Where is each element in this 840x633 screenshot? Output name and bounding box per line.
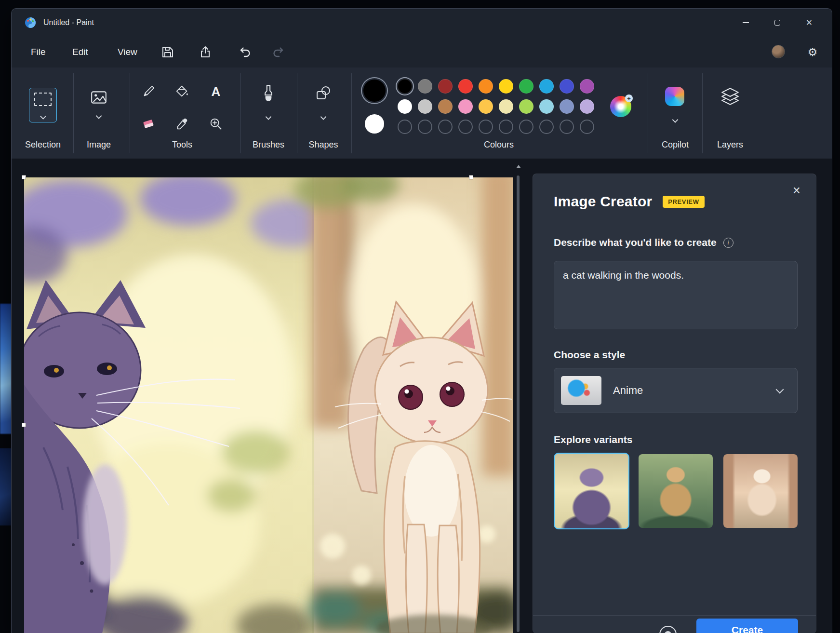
color-swatch[interactable]	[539, 79, 554, 94]
panel-close-button[interactable]: ×	[789, 183, 804, 198]
selection-handle[interactable]	[22, 175, 26, 179]
group-label-colours: Colours	[484, 140, 514, 150]
ribbon-divider	[702, 73, 703, 153]
scrollbar-thumb[interactable]	[517, 175, 520, 632]
variant-thumbnail-2[interactable]	[639, 454, 713, 528]
color-picker-tool-button[interactable]	[174, 116, 190, 132]
fill-tool-button[interactable]	[174, 84, 190, 99]
color-swatch[interactable]	[398, 79, 412, 94]
info-icon[interactable]: i	[723, 238, 733, 248]
chevron-down-icon	[266, 114, 272, 120]
color-swatch[interactable]	[458, 79, 473, 94]
color-swatch[interactable]	[539, 99, 554, 114]
color-swatch[interactable]	[438, 99, 453, 114]
style-dropdown[interactable]: Anime	[554, 368, 798, 413]
pencil-tool-button[interactable]	[141, 84, 156, 99]
create-button[interactable]: Create	[696, 619, 798, 633]
canvas-artwork	[24, 177, 513, 633]
panel-footer: Create	[533, 615, 816, 633]
image-menu-button[interactable]	[90, 89, 107, 106]
undo-button[interactable]	[236, 43, 253, 61]
credits-coin-button[interactable]	[659, 626, 677, 633]
color-swatch-empty[interactable]	[479, 120, 493, 134]
background-color-well[interactable]	[365, 114, 384, 134]
close-button[interactable]: ×	[793, 9, 825, 37]
color-swatch[interactable]	[499, 99, 513, 114]
foreground-color-well[interactable]	[363, 80, 386, 102]
variant-thumbnail-1[interactable]	[554, 453, 629, 529]
prompt-input[interactable]: a cat walking in the woods.	[554, 261, 798, 329]
text-tool-button[interactable]: A	[208, 84, 224, 99]
menu-bar: File Edit View	[12, 37, 832, 67]
color-swatch[interactable]	[519, 79, 533, 94]
color-swatch[interactable]	[560, 79, 574, 94]
window-controls: ×	[730, 9, 825, 37]
gear-icon: ⚙	[808, 46, 818, 59]
minimize-button[interactable]	[730, 9, 761, 37]
color-swatch-empty[interactable]	[398, 120, 412, 134]
settings-button[interactable]: ⚙	[804, 43, 821, 61]
menu-file[interactable]: File	[24, 42, 53, 62]
color-swatch[interactable]	[398, 99, 412, 114]
color-swatch[interactable]	[418, 99, 432, 114]
color-swatch[interactable]	[580, 79, 594, 94]
selection-handle[interactable]	[469, 175, 473, 179]
color-swatch[interactable]	[499, 79, 513, 94]
color-swatch[interactable]	[560, 99, 574, 114]
edit-colors-wheel-button[interactable]: +	[610, 96, 631, 117]
redo-button[interactable]	[270, 43, 287, 61]
variant-thumbnail-3[interactable]	[723, 454, 798, 528]
menu-view[interactable]: View	[111, 42, 144, 62]
layers-button[interactable]	[720, 87, 741, 106]
color-swatch-empty[interactable]	[519, 120, 533, 134]
minimize-icon	[743, 22, 749, 23]
color-swatch-empty[interactable]	[539, 120, 554, 134]
shapes-icon	[315, 85, 332, 102]
maximize-button[interactable]	[761, 9, 793, 37]
swatch-row-1	[398, 79, 594, 94]
panel-title: Image Creator	[554, 193, 652, 210]
save-button[interactable]	[159, 43, 176, 61]
image-icon	[90, 89, 107, 106]
color-swatch[interactable]	[458, 99, 473, 114]
drawing-canvas[interactable]	[24, 177, 513, 633]
preview-badge: PREVIEW	[663, 196, 704, 208]
coin-icon	[663, 630, 673, 633]
color-swatch[interactable]	[519, 99, 533, 114]
fill-bucket-icon	[175, 84, 189, 99]
color-swatch[interactable]	[418, 79, 432, 94]
account-avatar[interactable]	[772, 45, 785, 58]
color-swatch-empty[interactable]	[580, 120, 594, 134]
color-swatch-empty[interactable]	[418, 120, 432, 134]
color-swatch[interactable]	[438, 79, 453, 94]
group-label-layers: Layers	[717, 140, 743, 150]
close-icon: ×	[806, 17, 813, 28]
selection-handle[interactable]	[22, 423, 26, 427]
color-swatch-empty[interactable]	[458, 120, 473, 134]
color-swatch[interactable]	[479, 99, 493, 114]
vertical-scrollbar[interactable]	[515, 162, 521, 633]
variants-label: Explore variants	[554, 434, 632, 445]
group-label-brushes: Brushes	[253, 140, 284, 150]
magnifier-icon	[209, 117, 223, 131]
scrollbar-up-arrow[interactable]	[516, 165, 521, 168]
shapes-button[interactable]	[315, 85, 332, 102]
menu-edit[interactable]: Edit	[66, 42, 95, 62]
brushes-button[interactable]	[260, 84, 277, 103]
color-swatch[interactable]	[580, 99, 594, 114]
group-label-copilot: Copilot	[662, 140, 689, 150]
share-button[interactable]	[197, 43, 214, 61]
eyedropper-icon	[175, 117, 189, 131]
chevron-down-icon	[672, 117, 679, 123]
color-swatch-empty[interactable]	[499, 120, 513, 134]
color-swatch-empty[interactable]	[438, 120, 453, 134]
style-thumbnail	[561, 376, 601, 405]
window-title: Untitled - Paint	[43, 18, 94, 27]
color-swatch[interactable]	[479, 79, 493, 94]
copilot-button[interactable]	[665, 87, 684, 106]
color-swatch-empty[interactable]	[560, 120, 574, 134]
text-tool-icon: A	[212, 84, 221, 99]
magnifier-tool-button[interactable]	[208, 116, 224, 132]
eraser-tool-button[interactable]	[141, 116, 156, 132]
selection-tool-button[interactable]	[29, 88, 57, 122]
